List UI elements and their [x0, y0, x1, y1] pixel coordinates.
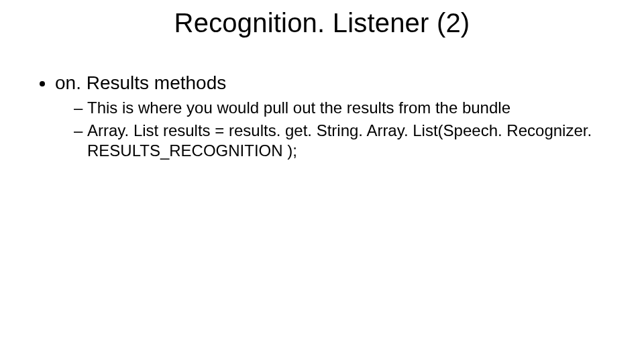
bullet-text: on. Results methods: [55, 72, 226, 93]
bullet-text: Array. List results = results. get. Stri…: [87, 121, 592, 160]
slide-title: Recognition. Listener (2): [0, 8, 644, 38]
slide-body: on. Results methods This is where you wo…: [32, 72, 612, 165]
bullet-text: This is where you would pull out the res…: [87, 99, 511, 117]
list-item: This is where you would pull out the res…: [74, 98, 612, 118]
bullet-list-level-2: This is where you would pull out the res…: [55, 98, 612, 161]
bullet-list-level-1: on. Results methods This is where you wo…: [32, 72, 612, 161]
list-item: on. Results methods This is where you wo…: [55, 72, 612, 161]
slide: Recognition. Listener (2) on. Results me…: [0, 0, 644, 362]
list-item: Array. List results = results. get. Stri…: [74, 121, 612, 161]
